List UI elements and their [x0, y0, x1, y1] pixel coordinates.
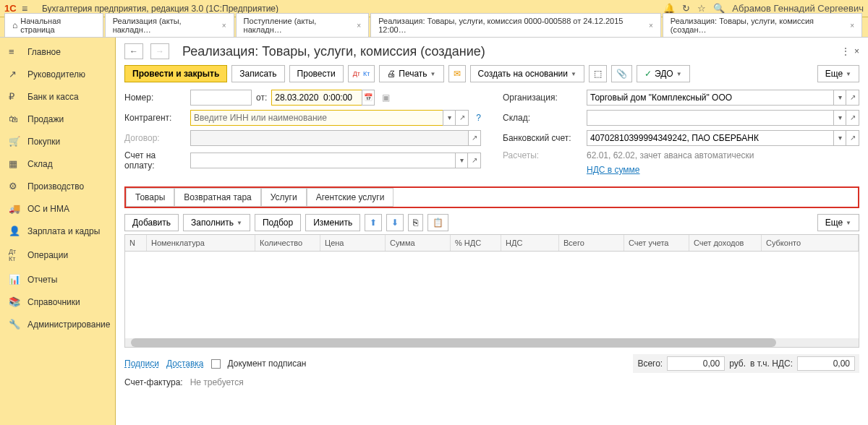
contract-label: Договор: — [124, 133, 186, 143]
col-subconto[interactable]: Субконто — [762, 235, 859, 251]
col-price[interactable]: Цена — [320, 235, 386, 251]
page-title: Реализация: Товары, услуги, комиссия (со… — [182, 44, 485, 59]
mail-button[interactable]: ✉ — [448, 65, 466, 82]
col-qty[interactable]: Количество — [255, 235, 320, 251]
create-based-button[interactable]: Создать на основании▼ — [470, 65, 584, 82]
print-button[interactable]: 🖨Печать▼ — [379, 65, 443, 82]
number-input[interactable] — [190, 90, 252, 106]
tab-home[interactable]: ⌂Начальная страница — [4, 13, 103, 37]
tab-3[interactable]: Реализация: Товары, услуги, комиссия 000… — [370, 13, 661, 37]
bank-label: Банковский счет: — [503, 133, 582, 143]
kebab-icon[interactable]: ⋮ — [841, 46, 850, 56]
invoice-input[interactable] — [190, 153, 455, 168]
structure-button[interactable]: ⬚ — [589, 65, 607, 82]
delivery-link[interactable]: Доставка — [166, 359, 204, 369]
sidebar-item-catalogs[interactable]: 📚Справочники — [0, 291, 115, 313]
doc-signed-checkbox[interactable] — [211, 359, 221, 369]
col-account[interactable]: Счет учета — [624, 235, 689, 251]
nav-back-button[interactable]: ← — [124, 43, 143, 59]
write-button[interactable]: Записать — [231, 65, 284, 82]
star-icon[interactable]: ☆ — [697, 3, 706, 14]
col-vat-pct[interactable]: % НДС — [451, 235, 501, 251]
sidebar-item-sales[interactable]: 🛍Продажи — [0, 108, 115, 130]
col-nomenclature[interactable]: Номенклатура — [147, 235, 255, 251]
edo-button[interactable]: ✓ЭДО▼ — [637, 65, 690, 82]
attach-button[interactable]: 📎 — [611, 65, 632, 82]
table-more-button[interactable]: Еще▼ — [817, 214, 859, 231]
user-name[interactable]: Абрамов Геннадий Сергеевич — [732, 3, 864, 14]
subtab-goods[interactable]: Товары — [126, 188, 174, 207]
close-icon[interactable]: × — [850, 22, 854, 30]
subtab-agent[interactable]: Агентские услуги — [307, 188, 394, 207]
table-body[interactable] — [125, 252, 859, 338]
close-panel-icon[interactable]: × — [854, 46, 859, 56]
open-icon[interactable]: ↗ — [468, 153, 481, 168]
change-button[interactable]: Изменить — [305, 214, 360, 231]
move-down-button[interactable]: ⬇ — [386, 214, 404, 231]
col-vat[interactable]: НДС — [501, 235, 559, 251]
search-icon[interactable]: 🔍 — [713, 3, 725, 14]
col-total[interactable]: Всего — [559, 235, 624, 251]
horizontal-scrollbar[interactable] — [125, 338, 859, 347]
dropdown-icon[interactable]: ▾ — [833, 130, 846, 146]
bell-icon[interactable]: 🔔 — [663, 3, 675, 14]
tab-1[interactable]: Реализация (акты, накладн…× — [105, 13, 234, 37]
sidebar-item-assets[interactable]: 🚚ОС и НМА — [0, 197, 115, 220]
vat-link[interactable]: НДС в сумме — [587, 165, 640, 175]
sidebar-item-manager[interactable]: ↗Руководителю — [0, 63, 115, 85]
dtkt-button[interactable]: ДтКт — [348, 65, 375, 82]
menu-icon: ≡ — [9, 46, 20, 57]
select-button[interactable]: Подбор — [255, 214, 301, 231]
sign-link[interactable]: Подписи — [124, 359, 159, 369]
date-input[interactable] — [271, 90, 362, 106]
tab-2[interactable]: Поступление (акты, накладн…× — [236, 13, 370, 37]
add-button[interactable]: Добавить — [124, 214, 179, 231]
sidebar-item-purchases[interactable]: 🛒Покупки — [0, 130, 115, 153]
dtkt-icon: ДтКт — [9, 248, 20, 262]
open-icon[interactable]: ↗ — [468, 130, 481, 146]
fill-button[interactable]: Заполнить▼ — [183, 214, 250, 231]
ruble-icon: ₽ — [9, 91, 20, 102]
dropdown-icon[interactable]: ▾ — [455, 153, 468, 168]
sidebar-item-production[interactable]: ⚙Производство — [0, 175, 115, 197]
paste-button[interactable]: 📋 — [427, 214, 448, 231]
post-close-button[interactable]: Провести и закрыть — [124, 65, 227, 82]
sidebar-item-hr[interactable]: 👤Зарплата и кадры — [0, 220, 115, 242]
open-icon[interactable]: ↗ — [846, 130, 859, 146]
contract-input[interactable] — [190, 130, 468, 146]
sidebar-item-admin[interactable]: 🔧Администрирование — [0, 313, 115, 335]
col-income[interactable]: Счет доходов — [689, 235, 762, 251]
open-icon[interactable]: ↗ — [456, 110, 469, 126]
subtab-services[interactable]: Услуги — [261, 188, 307, 207]
bank-input[interactable] — [587, 130, 833, 146]
move-up-button[interactable]: ⬆ — [365, 214, 382, 231]
nav-fwd-button[interactable]: → — [150, 43, 169, 59]
sidebar-item-reports[interactable]: 📊Отчеты — [0, 268, 115, 291]
open-icon[interactable]: ↗ — [846, 110, 859, 126]
close-icon[interactable]: × — [649, 22, 653, 30]
dropdown-icon[interactable]: ▾ — [833, 110, 846, 126]
subtab-tare[interactable]: Возвратная тара — [174, 188, 261, 207]
help-icon[interactable]: ? — [476, 113, 481, 123]
dropdown-icon[interactable]: ▾ — [833, 90, 846, 106]
col-n[interactable]: N — [125, 235, 147, 251]
close-icon[interactable]: × — [222, 22, 226, 30]
sidebar-item-operations[interactable]: ДтКтОперации — [0, 242, 115, 268]
close-icon[interactable]: × — [357, 22, 361, 30]
sidebar-item-main[interactable]: ≡Главное — [0, 40, 115, 63]
more-button[interactable]: Еще▼ — [817, 65, 859, 82]
invoice-label: Счет на оплату: — [124, 150, 186, 171]
open-icon[interactable]: ↗ — [846, 90, 859, 106]
history-icon[interactable]: ↻ — [682, 3, 690, 14]
calendar-icon[interactable]: 📅 — [362, 90, 375, 106]
warehouse-input[interactable] — [587, 110, 833, 126]
sidebar-item-warehouse[interactable]: ▦Склад — [0, 153, 115, 175]
tab-4[interactable]: Реализация: Товары, услуги, комиссия (со… — [663, 13, 862, 37]
sidebar-item-bank[interactable]: ₽Банк и касса — [0, 85, 115, 108]
post-button[interactable]: Провести — [289, 65, 344, 82]
contragent-input[interactable] — [190, 110, 443, 126]
org-input[interactable] — [587, 90, 833, 106]
dropdown-icon[interactable]: ▾ — [443, 110, 456, 126]
copy-button[interactable]: ⎘ — [408, 214, 423, 231]
col-sum[interactable]: Сумма — [386, 235, 451, 251]
